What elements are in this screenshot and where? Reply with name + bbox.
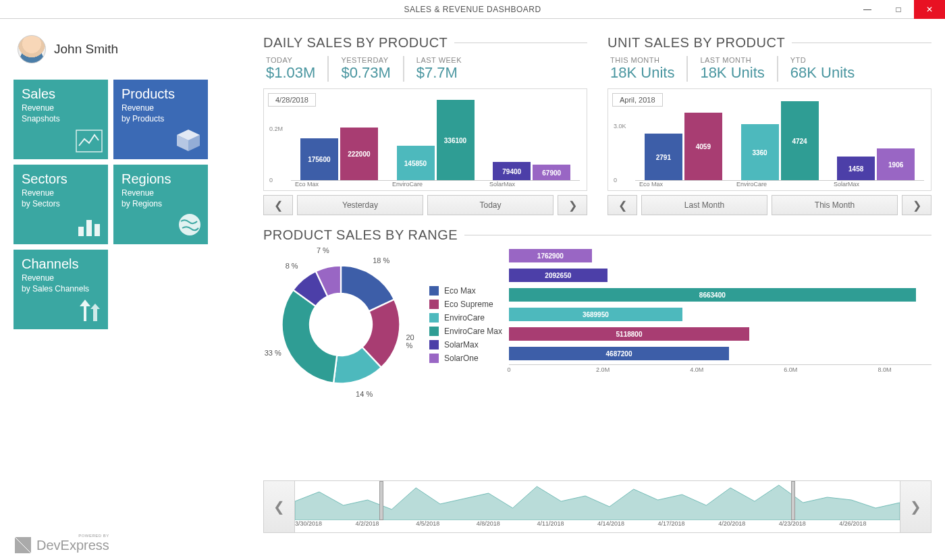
tile-sectors[interactable]: SectorsRevenueby Sectors bbox=[14, 165, 108, 244]
devexpress-logo-icon bbox=[15, 537, 31, 553]
hbar: 8663400 bbox=[509, 288, 916, 302]
tile-sub: Revenueby Regions bbox=[122, 188, 200, 209]
donut-label: 7 % bbox=[317, 246, 329, 254]
range-hbar-chart: 1762900209265086634003689950511880046872… bbox=[509, 247, 932, 402]
daily-ytick: 0.2M bbox=[269, 125, 283, 132]
daily-prev-arrow[interactable]: ❮ bbox=[263, 195, 293, 215]
bar: 4724 bbox=[781, 101, 819, 181]
tile-sub: Revenueby Sectors bbox=[22, 188, 100, 209]
legend-item: SolarOne bbox=[429, 354, 502, 363]
timeline-chart[interactable]: 3/30/20184/2/20184/5/20184/8/20184/11/20… bbox=[295, 481, 900, 532]
bar: 4059 bbox=[684, 113, 722, 181]
legend-item: Eco Supreme bbox=[429, 300, 502, 309]
legend-swatch bbox=[429, 340, 439, 349]
legend-swatch bbox=[429, 286, 439, 296]
legend-item: SolarMax bbox=[429, 340, 502, 349]
range-legend: Eco MaxEco SupremeEnviroCareEnviroCare M… bbox=[429, 282, 502, 367]
hbar: 2092650 bbox=[509, 269, 608, 282]
hbar: 3689950 bbox=[509, 308, 682, 321]
daily-chart: 4/28/2018 0.2M 0 17560022200014585033610… bbox=[263, 88, 587, 191]
bar: 79400 bbox=[493, 162, 531, 181]
donut-label: 18 % bbox=[373, 256, 389, 264]
window-controls: — □ ✕ bbox=[852, 0, 945, 19]
bar: 67900 bbox=[533, 165, 570, 181]
box-icon bbox=[174, 128, 202, 155]
tile-title: Sectors bbox=[22, 171, 100, 187]
arrows-icon bbox=[76, 297, 103, 325]
tile-sub: RevenueSnapshots bbox=[22, 103, 100, 124]
unit-ytick: 3.0K bbox=[614, 123, 626, 130]
timeline-handle-left[interactable] bbox=[379, 481, 383, 520]
tile-title: Products bbox=[122, 86, 200, 102]
tile-sub: Revenueby Products bbox=[122, 103, 200, 124]
bar: 175600 bbox=[300, 138, 338, 181]
user-name: John Smith bbox=[54, 42, 118, 57]
timeline-prev-arrow[interactable]: ❮ bbox=[264, 481, 295, 532]
svg-rect-4 bbox=[78, 227, 84, 236]
legend-swatch bbox=[429, 327, 439, 336]
donut-label: 20 % bbox=[406, 333, 418, 349]
bar: 1458 bbox=[837, 157, 875, 181]
unit-nav-lastmonth[interactable]: Last Month bbox=[641, 195, 767, 215]
svg-rect-0 bbox=[76, 130, 102, 152]
bar: 2791 bbox=[645, 134, 682, 181]
legend-item: Eco Max bbox=[429, 286, 502, 296]
tile-title: Regions bbox=[122, 171, 200, 187]
chart-line-icon bbox=[76, 130, 103, 155]
tile-regions[interactable]: RegionsRevenueby Regions bbox=[113, 165, 208, 244]
hbar: 1762900 bbox=[509, 249, 592, 262]
legend-swatch bbox=[429, 354, 439, 363]
daily-nav-today[interactable]: Today bbox=[427, 195, 554, 215]
maximize-button[interactable]: □ bbox=[883, 0, 914, 19]
hbar: 4687200 bbox=[509, 347, 729, 360]
legend-item: EnviroCare bbox=[429, 313, 502, 323]
close-button[interactable]: ✕ bbox=[914, 0, 945, 19]
unit-title: UNIT SALES BY PRODUCT bbox=[608, 35, 785, 51]
brand-footer: POWERED BYDevExpress bbox=[15, 537, 109, 553]
unit-prev-arrow[interactable]: ❮ bbox=[608, 195, 637, 215]
bar: 1906 bbox=[877, 148, 915, 181]
range-panel: PRODUCT SALES BY RANGE 18 %20 %14 %33 %8… bbox=[263, 227, 932, 471]
legend-item: EnviroCare Max bbox=[429, 327, 502, 336]
avatar[interactable] bbox=[18, 35, 46, 63]
minimize-button[interactable]: — bbox=[852, 0, 883, 19]
hbar: 5118800 bbox=[509, 327, 749, 341]
svg-rect-6 bbox=[94, 224, 100, 236]
tile-title: Sales bbox=[22, 86, 100, 102]
unit-next-arrow[interactable]: ❯ bbox=[902, 195, 932, 215]
stat: YTD68K Units bbox=[777, 56, 867, 82]
legend-swatch bbox=[429, 313, 439, 323]
timeline-next-arrow[interactable]: ❯ bbox=[900, 481, 931, 532]
unit-nav-thismonth[interactable]: This Month bbox=[772, 195, 898, 215]
stat: LAST MONTH18K Units bbox=[686, 56, 776, 82]
svg-rect-5 bbox=[86, 220, 92, 236]
donut-label: 14 % bbox=[356, 390, 373, 398]
stat: YESTERDAY$0.73M bbox=[327, 56, 402, 82]
stat: TODAY$1.03M bbox=[263, 56, 327, 82]
window-title: SALES & REVENUE DASHBOARD bbox=[0, 5, 945, 14]
stat: LAST WEEK$7.7M bbox=[403, 56, 474, 82]
daily-sales-panel: DAILY SALES BY PRODUCT TODAY$1.03MYESTER… bbox=[263, 35, 587, 215]
tile-sales[interactable]: SalesRevenueSnapshots bbox=[14, 80, 108, 159]
titlebar: SALES & REVENUE DASHBOARD — □ ✕ bbox=[0, 0, 945, 19]
unit-sales-panel: UNIT SALES BY PRODUCT THIS MONTH18K Unit… bbox=[608, 35, 932, 215]
donut-label: 33 % bbox=[265, 349, 281, 357]
daily-title: DAILY SALES BY PRODUCT bbox=[263, 35, 448, 51]
timeline-range-selector[interactable]: ❮ 3/30/20184/2/20184/5/20184/8/20184/11/… bbox=[263, 480, 932, 533]
bar: 3360 bbox=[741, 124, 779, 181]
range-title: PRODUCT SALES BY RANGE bbox=[263, 227, 458, 243]
bar: 336100 bbox=[437, 100, 475, 181]
tile-products[interactable]: ProductsRevenueby Products bbox=[113, 80, 208, 159]
svg-point-7 bbox=[179, 214, 200, 235]
tile-title: Channels bbox=[22, 256, 100, 272]
bars-icon bbox=[76, 215, 103, 240]
bar: 145850 bbox=[397, 146, 435, 181]
timeline-handle-right[interactable] bbox=[791, 481, 795, 520]
tile-channels[interactable]: ChannelsRevenueby Sales Channels bbox=[14, 250, 108, 329]
range-donut-chart: 18 %20 %14 %33 %8 %7 % bbox=[263, 247, 418, 402]
user-block: John Smith bbox=[14, 35, 243, 63]
daily-nav-yesterday[interactable]: Yesterday bbox=[297, 195, 423, 215]
daily-next-arrow[interactable]: ❯ bbox=[558, 195, 587, 215]
tile-grid: SalesRevenueSnapshotsProductsRevenueby P… bbox=[14, 80, 243, 329]
legend-swatch bbox=[429, 300, 439, 309]
